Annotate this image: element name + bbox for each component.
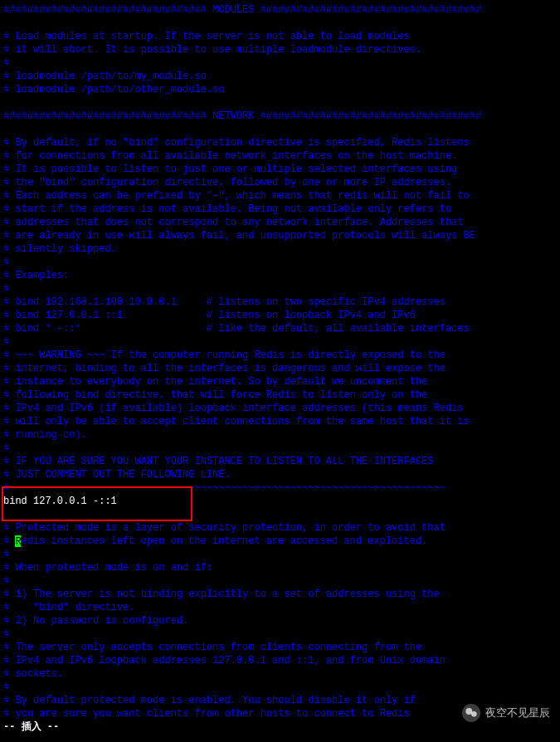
config-line: # (3, 335, 557, 349)
config-line: # the "bind" configuration directive, fo… (3, 176, 557, 189)
config-line: # addresses that does not correspond to … (3, 216, 557, 229)
vim-mode-status: -- 插入 -- (3, 720, 59, 734)
config-line: # start if the address is not available.… (3, 203, 557, 216)
config-line: # The server only accepts connections fr… (3, 641, 557, 654)
config-line: # will only be able to accept client con… (3, 415, 557, 428)
config-line: # Redis instances left open on the inter… (3, 535, 557, 548)
config-line: # for connections from all available net… (3, 149, 557, 163)
config-line: # IPv4 and IPv6 (if available) loopback … (3, 402, 557, 415)
config-line: # bind * -::* # like the default, all av… (3, 322, 557, 335)
config-line: # silently skipped. (3, 242, 557, 256)
config-line: # bind 127.0.0.1 ::1 # listens on loopba… (3, 309, 557, 322)
config-line: # ~~~~~~~~~~~~~~~~~~~~~~~~~~~~~~~~~~~~~~… (3, 481, 557, 495)
config-line: ################################## NETWO… (3, 110, 557, 123)
wechat-icon (462, 704, 480, 722)
config-line: # (3, 442, 557, 455)
config-line: # 1) The server is not binding explicitl… (3, 588, 557, 601)
config-line: # sockets. (3, 667, 557, 681)
config-line: bind 127.0.0.1 -::1 (3, 495, 557, 508)
config-line: # bind 192.168.1.100 10.0.0.1 # listens … (3, 295, 557, 309)
config-line: # instance to everybody on the internet.… (3, 375, 557, 388)
config-line: # (3, 681, 557, 694)
config-line: # (3, 627, 557, 641)
config-line: # By default, if no "bind" configuration… (3, 136, 557, 149)
config-line: # IF YOU ARE SURE YOU WANT YOUR INSTANCE… (3, 455, 557, 468)
watermark-text: 夜空不见星辰 (485, 706, 550, 720)
config-line: # loadmodule /path/to/other_module.so (3, 83, 557, 96)
terminal-editor[interactable]: ################################## MODUL… (3, 3, 557, 720)
config-line: # Protected mode is a layer of security … (3, 521, 557, 535)
config-line: # "bind" directive. (3, 601, 557, 614)
config-line: # ~~~ WARNING ~~~ If the computer runnin… (3, 349, 557, 362)
config-line: # When protected mode is on and if: (3, 561, 557, 574)
config-line: # following bind directive, that will fo… (3, 388, 557, 402)
config-line: # JUST COMMENT OUT THE FOLLOWING LINE. (3, 468, 557, 481)
config-line: # it will abort. It is possible to use m… (3, 43, 557, 56)
config-line (3, 17, 557, 30)
config-line: # loadmodule /path/to/my_module.so (3, 70, 557, 83)
config-line (3, 508, 557, 521)
config-line (3, 96, 557, 110)
config-line: # internet, binding to all the interface… (3, 362, 557, 375)
config-line: # It is possible to listen to just one o… (3, 163, 557, 176)
config-line: ################################## MODUL… (3, 3, 557, 17)
config-line (3, 123, 557, 136)
config-line: # IPv4 and IPv6 loopback addresses 127.0… (3, 654, 557, 667)
config-line: # Each address can be prefixed by "-", w… (3, 189, 557, 203)
config-line: # (3, 256, 557, 269)
config-line: # 2) No password is configured. (3, 614, 557, 627)
config-line: # are already in use will always fail, a… (3, 229, 557, 242)
config-line: # (3, 574, 557, 588)
config-line: # (3, 56, 557, 70)
config-line: # running on). (3, 428, 557, 442)
watermark: 夜空不见星辰 (462, 704, 550, 722)
config-line: # (3, 548, 557, 561)
config-line: # Examples: (3, 269, 557, 282)
config-line: # Load modules at startup. If the server… (3, 30, 557, 43)
config-line: # (3, 282, 557, 295)
svg-point-1 (471, 711, 477, 717)
